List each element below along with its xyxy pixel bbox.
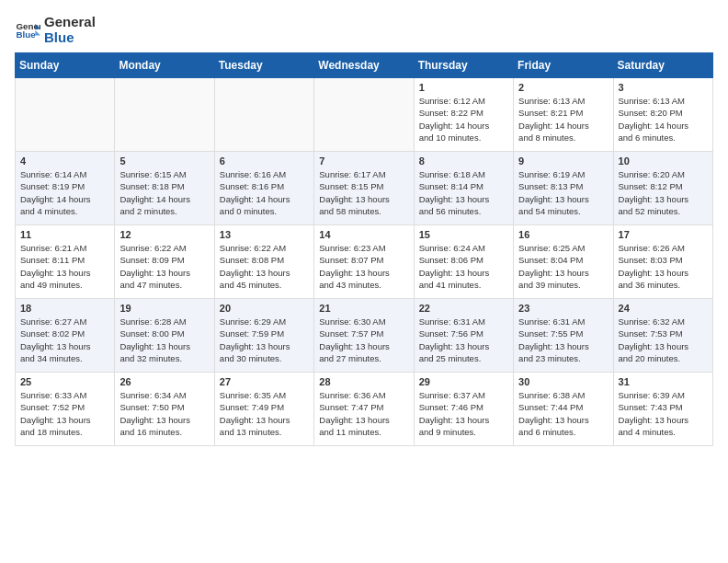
logo-text-general: General (44, 15, 96, 30)
page-header: General Blue General Blue (15, 15, 713, 45)
day-number: 3 (619, 82, 708, 93)
calendar-cell: 13Sunrise: 6:22 AM Sunset: 8:08 PM Dayli… (214, 225, 313, 299)
day-number: 2 (518, 82, 608, 93)
day-number: 22 (419, 303, 508, 314)
day-info: Sunrise: 6:37 AM Sunset: 7:46 PM Dayligh… (419, 389, 508, 438)
calendar-cell: 12Sunrise: 6:22 AM Sunset: 8:09 PM Dayli… (115, 225, 214, 299)
day-info: Sunrise: 6:19 AM Sunset: 8:13 PM Dayligh… (518, 168, 608, 217)
day-number: 29 (419, 376, 508, 387)
day-number: 17 (619, 229, 708, 240)
day-info: Sunrise: 6:12 AM Sunset: 8:22 PM Dayligh… (419, 95, 508, 144)
calendar-cell: 9Sunrise: 6:19 AM Sunset: 8:13 PM Daylig… (514, 152, 613, 225)
calendar-cell: 15Sunrise: 6:24 AM Sunset: 8:06 PM Dayli… (414, 225, 513, 299)
day-number: 20 (220, 303, 309, 314)
calendar-cell: 24Sunrise: 6:32 AM Sunset: 7:53 PM Dayli… (613, 299, 712, 373)
calendar-cell: 19Sunrise: 6:28 AM Sunset: 8:00 PM Dayli… (115, 299, 214, 373)
calendar-cell: 22Sunrise: 6:31 AM Sunset: 7:56 PM Dayli… (414, 299, 513, 373)
calendar-cell: 8Sunrise: 6:18 AM Sunset: 8:14 PM Daylig… (414, 152, 513, 225)
calendar-cell: 10Sunrise: 6:20 AM Sunset: 8:12 PM Dayli… (613, 152, 712, 225)
day-number: 24 (619, 303, 708, 314)
calendar-cell: 7Sunrise: 6:17 AM Sunset: 8:15 PM Daylig… (314, 152, 414, 225)
calendar-table: SundayMondayTuesdayWednesdayThursdayFrid… (15, 52, 713, 446)
svg-marker-3 (35, 30, 40, 36)
day-number: 8 (419, 155, 508, 167)
day-info: Sunrise: 6:24 AM Sunset: 8:06 PM Dayligh… (419, 242, 508, 291)
calendar-cell (314, 78, 414, 152)
calendar-cell (115, 78, 214, 152)
logo-icon: General Blue (15, 17, 40, 43)
day-info: Sunrise: 6:27 AM Sunset: 8:02 PM Dayligh… (20, 316, 109, 364)
day-info: Sunrise: 6:20 AM Sunset: 8:12 PM Dayligh… (619, 168, 708, 217)
day-info: Sunrise: 6:26 AM Sunset: 8:03 PM Dayligh… (619, 242, 708, 291)
day-info: Sunrise: 6:18 AM Sunset: 8:14 PM Dayligh… (419, 168, 508, 217)
calendar-cell: 3Sunrise: 6:13 AM Sunset: 8:20 PM Daylig… (613, 78, 712, 152)
day-number: 14 (319, 229, 408, 240)
day-number: 25 (20, 376, 109, 387)
day-number: 9 (518, 155, 608, 167)
day-number: 23 (518, 303, 608, 314)
day-info: Sunrise: 6:35 AM Sunset: 7:49 PM Dayligh… (220, 389, 309, 438)
calendar-cell: 21Sunrise: 6:30 AM Sunset: 7:57 PM Dayli… (314, 299, 414, 373)
calendar-cell: 31Sunrise: 6:39 AM Sunset: 7:43 PM Dayli… (613, 373, 712, 446)
calendar-cell: 27Sunrise: 6:35 AM Sunset: 7:49 PM Dayli… (214, 373, 313, 446)
calendar-cell: 25Sunrise: 6:33 AM Sunset: 7:52 PM Dayli… (16, 373, 115, 446)
calendar-cell: 1Sunrise: 6:12 AM Sunset: 8:22 PM Daylig… (414, 78, 513, 152)
day-number: 31 (619, 376, 708, 387)
day-number: 13 (220, 229, 309, 240)
day-info: Sunrise: 6:21 AM Sunset: 8:11 PM Dayligh… (20, 242, 109, 291)
day-number: 15 (419, 229, 508, 240)
day-info: Sunrise: 6:22 AM Sunset: 8:09 PM Dayligh… (119, 242, 209, 291)
calendar-cell: 26Sunrise: 6:34 AM Sunset: 7:50 PM Dayli… (115, 373, 214, 446)
day-number: 7 (319, 155, 408, 167)
day-number: 26 (119, 376, 209, 387)
day-number: 16 (518, 229, 608, 240)
day-info: Sunrise: 6:15 AM Sunset: 8:18 PM Dayligh… (119, 168, 209, 217)
calendar-cell: 6Sunrise: 6:16 AM Sunset: 8:16 PM Daylig… (214, 152, 313, 225)
day-number: 4 (20, 155, 109, 167)
day-number: 18 (20, 303, 109, 314)
day-info: Sunrise: 6:29 AM Sunset: 7:59 PM Dayligh… (220, 316, 309, 364)
calendar-cell: 4Sunrise: 6:14 AM Sunset: 8:19 PM Daylig… (16, 152, 115, 225)
calendar-cell: 20Sunrise: 6:29 AM Sunset: 7:59 PM Dayli… (214, 299, 313, 373)
calendar-cell (214, 78, 313, 152)
day-info: Sunrise: 6:16 AM Sunset: 8:16 PM Dayligh… (220, 168, 309, 217)
day-info: Sunrise: 6:13 AM Sunset: 8:20 PM Dayligh… (619, 95, 708, 144)
calendar-cell: 28Sunrise: 6:36 AM Sunset: 7:47 PM Dayli… (314, 373, 414, 446)
day-info: Sunrise: 6:32 AM Sunset: 7:53 PM Dayligh… (619, 316, 708, 364)
day-info: Sunrise: 6:31 AM Sunset: 7:55 PM Dayligh… (518, 316, 608, 364)
calendar-cell: 29Sunrise: 6:37 AM Sunset: 7:46 PM Dayli… (414, 373, 513, 446)
weekday-header-friday: Friday (514, 53, 613, 78)
day-number: 11 (20, 229, 109, 240)
calendar-cell: 16Sunrise: 6:25 AM Sunset: 8:04 PM Dayli… (514, 225, 613, 299)
weekday-header-sunday: Sunday (16, 53, 115, 78)
day-info: Sunrise: 6:13 AM Sunset: 8:21 PM Dayligh… (518, 95, 608, 144)
day-number: 27 (220, 376, 309, 387)
weekday-header-thursday: Thursday (414, 53, 513, 78)
calendar-cell: 17Sunrise: 6:26 AM Sunset: 8:03 PM Dayli… (613, 225, 712, 299)
day-info: Sunrise: 6:38 AM Sunset: 7:44 PM Dayligh… (518, 389, 608, 438)
weekday-header-tuesday: Tuesday (214, 53, 313, 78)
day-number: 12 (119, 229, 209, 240)
svg-text:Blue: Blue (16, 29, 36, 40)
calendar-cell: 14Sunrise: 6:23 AM Sunset: 8:07 PM Dayli… (314, 225, 414, 299)
day-info: Sunrise: 6:17 AM Sunset: 8:15 PM Dayligh… (319, 168, 408, 217)
calendar-cell: 5Sunrise: 6:15 AM Sunset: 8:18 PM Daylig… (115, 152, 214, 225)
logo: General Blue General Blue (15, 15, 96, 45)
day-number: 6 (220, 155, 309, 167)
day-number: 1 (419, 82, 508, 93)
day-info: Sunrise: 6:33 AM Sunset: 7:52 PM Dayligh… (20, 389, 109, 438)
weekday-header-monday: Monday (115, 53, 214, 78)
day-number: 30 (518, 376, 608, 387)
calendar-cell: 18Sunrise: 6:27 AM Sunset: 8:02 PM Dayli… (16, 299, 115, 373)
day-info: Sunrise: 6:14 AM Sunset: 8:19 PM Dayligh… (20, 168, 109, 217)
day-info: Sunrise: 6:23 AM Sunset: 8:07 PM Dayligh… (319, 242, 408, 291)
day-number: 28 (319, 376, 408, 387)
day-info: Sunrise: 6:36 AM Sunset: 7:47 PM Dayligh… (319, 389, 408, 438)
calendar-week-row: 11Sunrise: 6:21 AM Sunset: 8:11 PM Dayli… (16, 225, 713, 299)
calendar-cell: 2Sunrise: 6:13 AM Sunset: 8:21 PM Daylig… (514, 78, 613, 152)
calendar-cell (16, 78, 115, 152)
calendar-week-row: 1Sunrise: 6:12 AM Sunset: 8:22 PM Daylig… (16, 78, 713, 152)
day-number: 10 (619, 155, 708, 167)
weekday-header-row: SundayMondayTuesdayWednesdayThursdayFrid… (16, 53, 713, 78)
calendar-week-row: 4Sunrise: 6:14 AM Sunset: 8:19 PM Daylig… (16, 152, 713, 225)
